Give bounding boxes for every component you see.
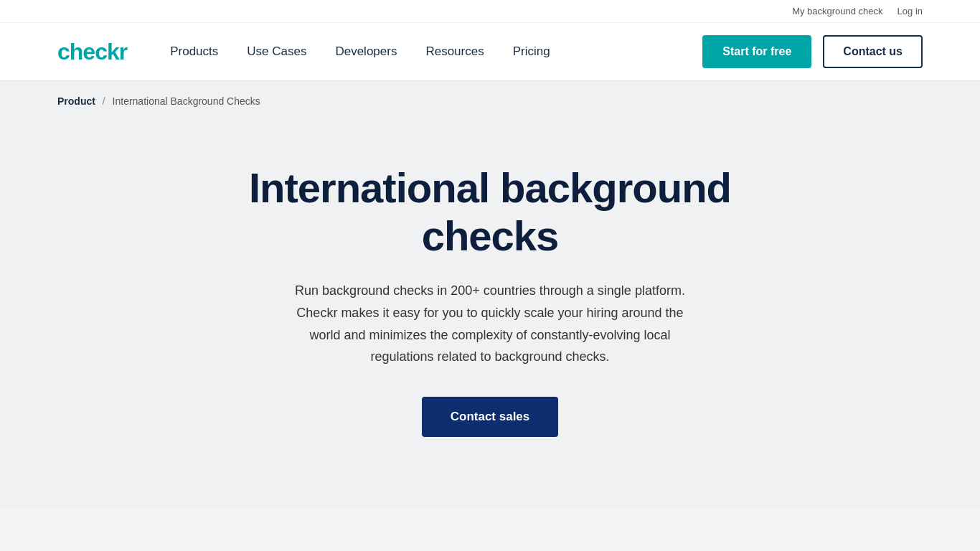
breadcrumb-current-page: International Background Checks bbox=[113, 95, 260, 107]
breadcrumb: Product / International Background Check… bbox=[0, 81, 980, 121]
log-in-link[interactable]: Log in bbox=[897, 6, 923, 17]
nav-products[interactable]: Products bbox=[170, 44, 218, 59]
hero-title: International background checks bbox=[203, 164, 777, 260]
top-bar: My background check Log in bbox=[0, 0, 980, 23]
main-nav: checkr Products Use Cases Developers Res… bbox=[0, 23, 980, 80]
my-background-check-link[interactable]: My background check bbox=[792, 6, 882, 17]
nav-actions: Start for free Contact us bbox=[702, 35, 923, 68]
start-for-free-button[interactable]: Start for free bbox=[702, 35, 811, 68]
breadcrumb-product-link[interactable]: Product bbox=[57, 95, 95, 107]
nav-use-cases[interactable]: Use Cases bbox=[247, 44, 306, 59]
nav-resources[interactable]: Resources bbox=[425, 44, 484, 59]
breadcrumb-separator: / bbox=[103, 95, 105, 107]
nav-pricing[interactable]: Pricing bbox=[513, 44, 550, 59]
nav-developers[interactable]: Developers bbox=[335, 44, 397, 59]
hero-description: Run background checks in 200+ countries … bbox=[282, 280, 698, 367]
contact-sales-button[interactable]: Contact sales bbox=[422, 397, 559, 437]
nav-links: Products Use Cases Developers Resources … bbox=[170, 44, 702, 59]
logo[interactable]: checkr bbox=[57, 39, 127, 65]
contact-us-button[interactable]: Contact us bbox=[823, 35, 923, 68]
hero-section: International background checks Run back… bbox=[0, 121, 980, 509]
